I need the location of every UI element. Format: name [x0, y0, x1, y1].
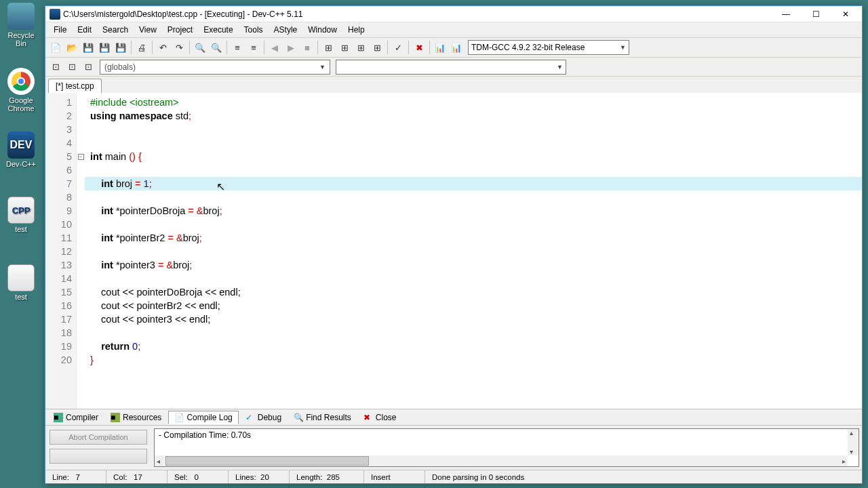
replace-icon[interactable]: 🔍: [209, 40, 224, 55]
back-icon[interactable]: ◀: [267, 40, 282, 55]
save-icon[interactable]: 💾: [81, 40, 96, 55]
app-icon: [50, 9, 60, 20]
tab-close[interactable]: ✖Close: [358, 411, 402, 424]
devcpp-window: C:\Users\mistergold\Desktop\test.cpp - […: [45, 5, 863, 484]
indent-icon[interactable]: ≡: [230, 40, 245, 55]
maximize-button[interactable]: ☐: [801, 7, 831, 22]
menu-window[interactable]: Window: [302, 24, 342, 36]
tab-compile-log[interactable]: 📄Compile Log: [168, 411, 238, 424]
goto-icon[interactable]: ⊡: [64, 60, 79, 75]
stop-icon[interactable]: ✖: [412, 40, 427, 55]
menu-view[interactable]: View: [134, 24, 162, 36]
chevron-down-icon: ▼: [620, 44, 626, 51]
forward-icon[interactable]: ▶: [283, 40, 298, 55]
run-icon[interactable]: ⊞: [337, 40, 352, 55]
recycle-bin-label: Recycle Bin: [7, 31, 34, 47]
output-tabs: ■Compiler ■Resources 📄Compile Log ✓Debug…: [45, 409, 862, 425]
test-exe-label: test: [15, 293, 27, 301]
tab-find-results[interactable]: 🔍Find Results: [288, 411, 357, 424]
menubar: File Edit Search View Project Execute To…: [45, 22, 862, 37]
tab-resources[interactable]: ■Resources: [105, 411, 167, 424]
window-title: C:\Users\mistergold\Desktop\test.cpp - […: [63, 9, 771, 19]
compiler-select-value: TDM-GCC 4.9.2 32-bit Release: [471, 43, 585, 52]
open-icon[interactable]: 📂: [64, 40, 79, 55]
menu-astyle[interactable]: AStyle: [269, 24, 303, 36]
menu-execute[interactable]: Execute: [198, 24, 238, 36]
compiler-select[interactable]: TDM-GCC 4.9.2 32-bit Release ▼: [468, 40, 629, 55]
compile-log-line: - Compilation Time: 0.70s: [159, 430, 251, 440]
chrome-label: Google Chrome: [7, 96, 34, 113]
close-button[interactable]: ✕: [831, 7, 861, 22]
code-area[interactable]: #include <iostream> using namespace std;…: [85, 93, 862, 409]
rebuild-icon[interactable]: ⊞: [370, 40, 384, 55]
line-gutter: 1234567891011121314151617181920: [45, 93, 77, 409]
undo-icon[interactable]: ↶: [155, 40, 170, 55]
compile-icon[interactable]: ⊞: [321, 40, 336, 55]
tab-test-cpp[interactable]: [*] test.cpp: [48, 79, 102, 93]
tab-compiler[interactable]: ■Compiler: [48, 411, 104, 424]
main-toolbar: 📄 📂 💾 💾 💾 🖨 ↶ ↷ 🔍 🔍 ≡ ≡ ◀ ▶ ■ ⊞ ⊞ ⊞ ⊞ ✓ …: [45, 37, 862, 58]
devcpp-label: Dev-C++: [6, 160, 36, 168]
test-exe-icon[interactable]: test: [3, 264, 39, 301]
code-editor[interactable]: 1234567891011121314151617181920 − #inclu…: [45, 93, 862, 409]
saveall-icon[interactable]: 💾: [97, 40, 112, 55]
find-icon[interactable]: 🔍: [193, 40, 208, 55]
bookmark-icon[interactable]: ■: [300, 40, 315, 55]
output-panel: Abort Compilation - Compilation Time: 0.…: [45, 425, 862, 470]
abort-compilation-button[interactable]: Abort Compilation: [50, 430, 147, 445]
menu-project[interactable]: Project: [162, 24, 198, 36]
globals-value: (globals): [104, 62, 136, 72]
test-cpp-label: test: [15, 225, 27, 233]
bookmark2-icon[interactable]: ⊡: [81, 60, 96, 75]
compile-log-output[interactable]: - Compilation Time: 0.70s ◂▸: [154, 428, 859, 467]
menu-help[interactable]: Help: [342, 24, 370, 36]
class-browser-icon[interactable]: ⊡: [48, 60, 63, 75]
panel-empty-button[interactable]: [50, 449, 147, 464]
secondary-toolbar: ⊡ ⊡ ⊡ (globals) ▼ ▼: [45, 58, 862, 77]
fold-column: −: [77, 93, 85, 409]
chevron-down-icon: ▼: [557, 64, 563, 70]
editor-tabs: [*] test.cpp: [45, 77, 862, 93]
tab-debug[interactable]: ✓Debug: [240, 411, 287, 424]
minimize-button[interactable]: —: [771, 7, 801, 22]
menu-tools[interactable]: Tools: [239, 24, 269, 36]
test-cpp-icon[interactable]: CPPtest: [3, 197, 39, 233]
titlebar[interactable]: C:\Users\mistergold\Desktop\test.cpp - […: [45, 6, 862, 22]
menu-file[interactable]: File: [48, 24, 72, 36]
fold-toggle-icon[interactable]: −: [78, 154, 84, 160]
horizontal-scrollbar[interactable]: ◂▸: [155, 455, 848, 466]
menu-search[interactable]: Search: [97, 24, 134, 36]
compile-run-icon[interactable]: ⊞: [353, 40, 368, 55]
recycle-bin-icon[interactable]: Recycle Bin: [3, 3, 39, 47]
new-icon[interactable]: 📄: [48, 40, 63, 55]
devcpp-icon[interactable]: DEVDev-C++: [3, 131, 39, 168]
print-icon[interactable]: 🖨: [134, 40, 149, 55]
saveall2-icon[interactable]: 💾: [113, 40, 128, 55]
profile2-icon[interactable]: 📊: [449, 40, 464, 55]
chrome-icon[interactable]: Google Chrome: [3, 68, 39, 113]
function-select[interactable]: ▼: [336, 60, 566, 75]
statusbar: Line: 7 Col: 17 Sel: 0 Lines: 20 Length:…: [45, 470, 862, 483]
vertical-scrollbar[interactable]: [848, 429, 859, 455]
menu-edit[interactable]: Edit: [72, 24, 97, 36]
profile-icon[interactable]: 📊: [433, 40, 448, 55]
debug-icon[interactable]: ✓: [391, 40, 406, 55]
unindent-icon[interactable]: ≡: [246, 40, 261, 55]
globals-select[interactable]: (globals) ▼: [100, 60, 330, 75]
redo-icon[interactable]: ↷: [172, 40, 186, 55]
chevron-down-icon: ▼: [319, 64, 326, 70]
